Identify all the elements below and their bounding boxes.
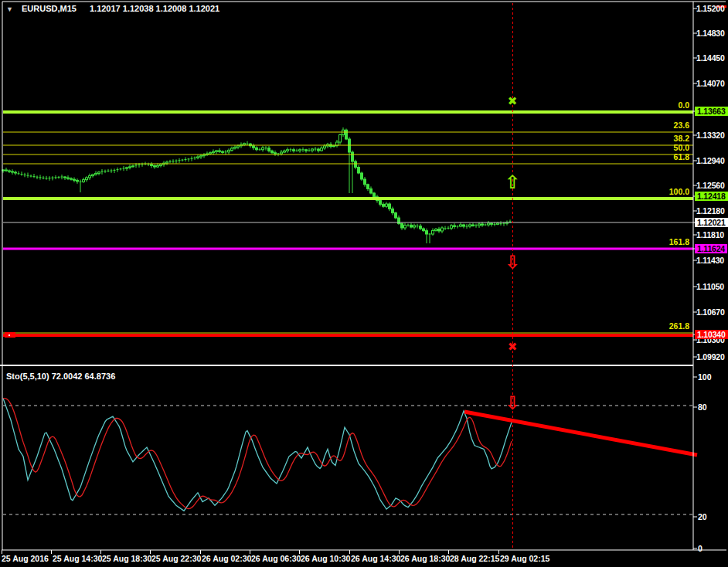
candle-body [154,165,156,167]
fib-label-0.0: 0.0 [678,100,689,110]
candle-body [216,151,218,151]
candle-body [404,226,407,228]
candle-body [268,148,270,151]
candle-body [157,165,159,167]
down-arrow-icon-sub[interactable]: ⇩ [505,394,520,413]
up-arrow-icon[interactable]: ⇧ [505,173,520,192]
candle-body [469,225,471,226]
trend-line [464,412,697,455]
candle-body [370,188,373,193]
fib-label-100.0: 100.0 [669,187,689,196]
candle-body [129,167,131,168]
down-arrow-icon[interactable]: ⇩ [505,253,520,272]
price-axis-label: 1.11810 [696,230,724,239]
candle-body [67,178,70,178]
candle-body [203,154,206,155]
candle-body [472,225,475,226]
candle-body [98,172,100,174]
candle-body [410,225,413,227]
candle-body [12,171,14,172]
candle-body [256,148,258,150]
candle-body [299,150,301,151]
candle-body [435,229,437,231]
candle-body [311,149,314,151]
candle-body [281,152,283,154]
candle-body [401,223,403,228]
candle-body [83,180,85,182]
price-axis-label: 1.14450 [696,53,725,63]
candle-body [478,224,481,226]
sub-axis-label: 0 [698,544,702,553]
candle-body [213,151,215,152]
candle-body [126,168,128,168]
candle-body [454,226,456,226]
candle-body [274,153,277,154]
candle-body [15,172,17,173]
candle-body [77,180,79,182]
fib-label-50.0: 50.0 [674,143,689,152]
candle-body [9,171,11,171]
time-axis-label: 25 Aug 18:30 [102,554,151,564]
candle-body [481,224,484,225]
price-axis-label: 1.14070 [696,79,725,88]
candle-body [413,226,416,227]
candle-body [491,223,493,224]
candle-body [364,179,366,185]
candle-body [432,230,434,234]
candle-body [352,152,354,161]
candle-body [262,148,264,150]
candle-body [305,150,308,151]
cross-marker-icon-green[interactable]: ✖ [508,96,518,107]
price-axis-highlight-label: 1.10340 [695,330,728,339]
cross-marker-icon-red[interactable]: ✖ [508,341,518,353]
candle-body [463,225,465,226]
candle-body [243,144,246,145]
price-axis-label: 1.12940 [696,156,725,165]
candle-body [5,170,8,171]
time-axis-label: 26 Aug 14:30 [351,554,400,564]
candle-body [287,150,289,151]
candle-body [234,147,236,148]
candle-body [222,151,224,152]
fib-label-61.8: 61.8 [674,152,689,161]
candle-body [73,179,76,180]
candle-body [339,134,342,142]
candle-body [253,146,255,148]
candle-body [200,156,202,157]
candle-body [451,226,453,228]
candle-body [373,193,376,197]
candle-body [95,173,97,175]
sub-axis-label: 100 [698,372,712,382]
candle-body [89,176,91,178]
time-axis-label: 25 Aug 2016 [2,554,49,564]
candle-body [271,151,274,153]
symbol-dropdown-triangle-icon[interactable]: ▼ [6,5,13,13]
candle-body [70,178,73,179]
chart-title-bar: ▼ EURUSD,M15 1.12017 1.12038 1.12008 1.1… [6,4,219,13]
stochastic-indicator-label: Sto(5,5,10) 72.0042 64.8736 [6,372,115,381]
time-axis-label: 26 Aug 06:30 [251,554,301,564]
candle-body [324,146,326,148]
candle-body [318,149,320,151]
candle-body [420,226,422,229]
fib-label-161.8: 161.8 [669,237,689,246]
candle-body [209,153,212,154]
candle-body [379,201,382,205]
fib-label-23.6: 23.6 [674,121,689,130]
candle-body [497,223,499,224]
price-axis-label: 1.09920 [696,352,725,362]
candle-body [151,165,153,166]
time-axis-label: 25 Aug 14:30 [53,554,102,564]
price-axis-label: 1.11050 [696,282,724,291]
chart-canvas[interactable] [0,0,728,567]
candle-body [197,157,199,158]
sub-axis-label: 20 [698,512,707,521]
price-axis-label: 1.10670 [696,307,725,317]
candle-body [389,204,391,209]
candle-body [92,175,94,176]
candle-body [386,204,388,206]
candle-body [228,150,230,151]
candle-body [86,178,88,180]
candle-body [293,150,295,151]
candle-body [426,231,428,234]
